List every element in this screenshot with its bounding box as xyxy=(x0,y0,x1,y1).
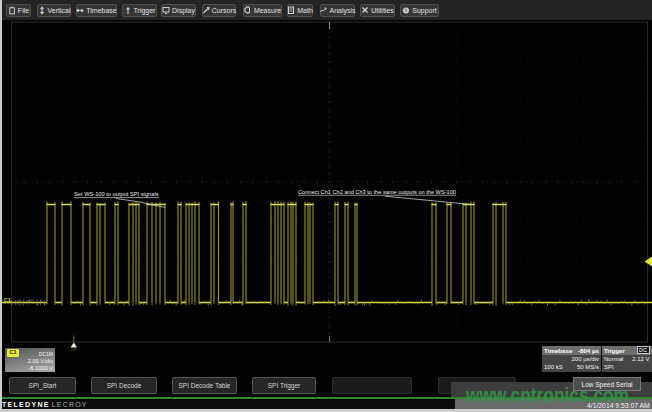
svg-text:C1: C1 xyxy=(4,297,12,303)
svg-text:Set WS-100 to output SPI signa: Set WS-100 to output SPI signals xyxy=(74,191,159,197)
svg-text:Connect Ch1 Ch2 and Ch3 to the: Connect Ch1 Ch2 and Ch3 to the same outp… xyxy=(298,189,456,195)
